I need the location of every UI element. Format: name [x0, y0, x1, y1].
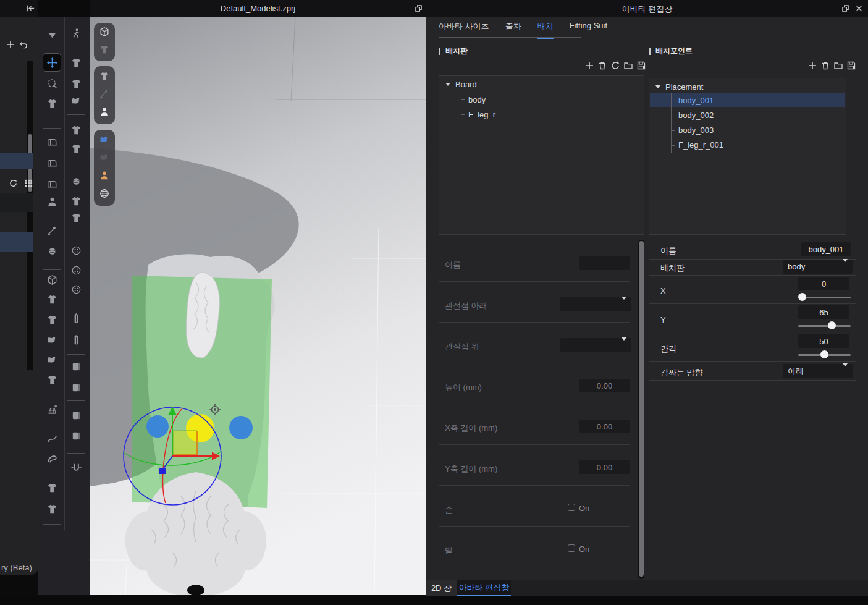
- board-tree-root[interactable]: Board: [445, 80, 477, 89]
- flatten-tool[interactable]: [69, 93, 83, 108]
- texture-select-tool[interactable]: [69, 193, 83, 208]
- prop-gap-slider[interactable]: [798, 350, 851, 358]
- avatar-editor-close-icon[interactable]: [854, 4, 864, 13]
- drop-arrangement-tool[interactable]: [44, 26, 59, 41]
- point-item-f-leg-r-001[interactable]: F_leg_r_001: [678, 140, 723, 150]
- tab-placement[interactable]: 배치: [537, 21, 554, 39]
- collapse-panel-icon[interactable]: [26, 4, 35, 13]
- mesh-transform-tool[interactable]: [44, 402, 59, 417]
- reset-drape-tool[interactable]: [44, 352, 59, 367]
- drape-tool[interactable]: [44, 332, 59, 347]
- detail-y-length-field[interactable]: 0.00: [579, 460, 630, 474]
- tab-tape[interactable]: 줄자: [505, 21, 521, 39]
- tape-measure-tool[interactable]: [44, 451, 59, 466]
- detail-x-length-field[interactable]: 0.00: [579, 420, 630, 433]
- fit-sewing-tool[interactable]: [44, 194, 59, 209]
- point-item-body-001[interactable]: body_001: [678, 96, 714, 105]
- expander-icon[interactable]: [445, 83, 450, 86]
- detail-foot-checkbox[interactable]: [568, 544, 575, 552]
- avatar-editor-restore-icon[interactable]: [841, 4, 850, 13]
- seam-tool[interactable]: [69, 141, 83, 156]
- tab-fitting-suit[interactable]: Fitting Suit: [570, 21, 607, 39]
- point-item-body-002[interactable]: body_002: [678, 111, 714, 120]
- binding-tool[interactable]: [69, 428, 83, 443]
- viewport-3d-scene[interactable]: [90, 17, 426, 598]
- detail-height-field[interactable]: 0.00: [579, 379, 630, 392]
- prop-y-slider[interactable]: [798, 321, 851, 329]
- solidify-tool[interactable]: [44, 372, 59, 387]
- lasso-select-tool[interactable]: [44, 76, 59, 91]
- viewport-restore-icon[interactable]: [414, 4, 423, 13]
- avatar-editor-titlebar[interactable]: 아바타 편집창: [426, 0, 868, 17]
- detail-name-field[interactable]: [579, 256, 630, 270]
- sculpt-select-tool[interactable]: [69, 55, 83, 70]
- library-scrollbar[interactable]: [27, 61, 33, 370]
- tab-avatar-size[interactable]: 아바타 사이즈: [439, 21, 489, 39]
- free-sewing-tool[interactable]: [44, 176, 59, 190]
- board-save-icon[interactable]: [636, 61, 646, 70]
- move-gizmo-tool[interactable]: [43, 53, 61, 72]
- garment-measure-select-tool[interactable]: [44, 480, 59, 495]
- fold-arrangement-tool[interactable]: [44, 312, 59, 327]
- prop-board-select[interactable]: body: [783, 260, 853, 274]
- fabric-roll-select-tool[interactable]: [69, 359, 83, 374]
- points-tree-root[interactable]: Placement: [655, 82, 703, 91]
- point-item-body-003[interactable]: body_003: [678, 125, 714, 135]
- clamp-tool[interactable]: [69, 460, 83, 475]
- detail-scrollbar[interactable]: [638, 240, 644, 579]
- zipper-select-tool[interactable]: [69, 311, 83, 326]
- board-item-f-leg-r[interactable]: F_leg_r: [468, 110, 495, 119]
- board-add-icon[interactable]: [584, 61, 594, 70]
- show-avatar-skin-icon[interactable]: [99, 170, 110, 184]
- view-3d-toggle-icon[interactable]: [99, 27, 110, 40]
- points-open-icon[interactable]: [833, 61, 843, 70]
- show-pins-icon[interactable]: [99, 88, 110, 102]
- binding-select-tool[interactable]: [69, 408, 83, 423]
- seam-select-tool[interactable]: [69, 122, 83, 137]
- library-add-icon[interactable]: [6, 40, 15, 49]
- points-add-icon[interactable]: [807, 61, 817, 70]
- show-avatar-icon[interactable]: [99, 106, 110, 120]
- garment-drape-tool[interactable]: [44, 96, 59, 111]
- garment-measure-tool[interactable]: [44, 501, 59, 516]
- button-select-tool[interactable]: [69, 243, 83, 258]
- button-tool[interactable]: [69, 263, 83, 277]
- unfold-tool[interactable]: [44, 273, 59, 287]
- board-open-icon[interactable]: [623, 61, 633, 70]
- board-delete-icon[interactable]: [597, 61, 607, 70]
- library-item[interactable]: [0, 193, 33, 212]
- board-item-body[interactable]: body: [468, 95, 486, 104]
- pin-ball-tool[interactable]: [44, 243, 59, 258]
- segment-sewing-tool[interactable]: [44, 154, 59, 169]
- detail-joint-above-select[interactable]: [560, 338, 631, 352]
- buttonhole-tool[interactable]: [69, 282, 83, 297]
- tab-2d-window[interactable]: 2D 창: [426, 580, 457, 596]
- detail-joint-below-select[interactable]: [560, 297, 631, 311]
- prop-wrap-direction-select[interactable]: 아래: [783, 364, 853, 378]
- library-refresh-icon[interactable]: [9, 179, 18, 190]
- tab-avatar-editor[interactable]: 아바타 편집창: [457, 580, 511, 596]
- prop-gap-field[interactable]: 50: [798, 334, 849, 348]
- points-delete-icon[interactable]: [820, 61, 830, 70]
- prop-x-slider[interactable]: [798, 293, 851, 301]
- prop-name-field[interactable]: body_001: [801, 242, 851, 256]
- show-fabric-icon[interactable]: [99, 134, 110, 148]
- detail-hand-checkbox[interactable]: [568, 504, 575, 511]
- pin-tool[interactable]: [44, 223, 59, 238]
- prop-y-field[interactable]: 65: [798, 305, 849, 319]
- texture-tool[interactable]: [69, 210, 83, 225]
- library-grid-view-icon[interactable]: [24, 179, 33, 190]
- library-selected-row-2[interactable]: [0, 232, 33, 252]
- library-undo-icon[interactable]: [19, 40, 28, 49]
- library-selected-row[interactable]: [0, 153, 33, 169]
- animation-tool[interactable]: [69, 26, 83, 41]
- curve-measure-tool[interactable]: [44, 431, 59, 446]
- prop-x-field[interactable]: 0: [798, 277, 849, 290]
- show-garment-dim-icon[interactable]: [99, 44, 110, 57]
- fabric-roll-tool[interactable]: [69, 380, 83, 395]
- points-save-icon[interactable]: [846, 61, 856, 70]
- jacket-arrange-tool[interactable]: [44, 292, 59, 307]
- sewing-tool[interactable]: [44, 133, 59, 148]
- board-refresh-icon[interactable]: [610, 61, 620, 70]
- show-environment-icon[interactable]: [99, 188, 110, 201]
